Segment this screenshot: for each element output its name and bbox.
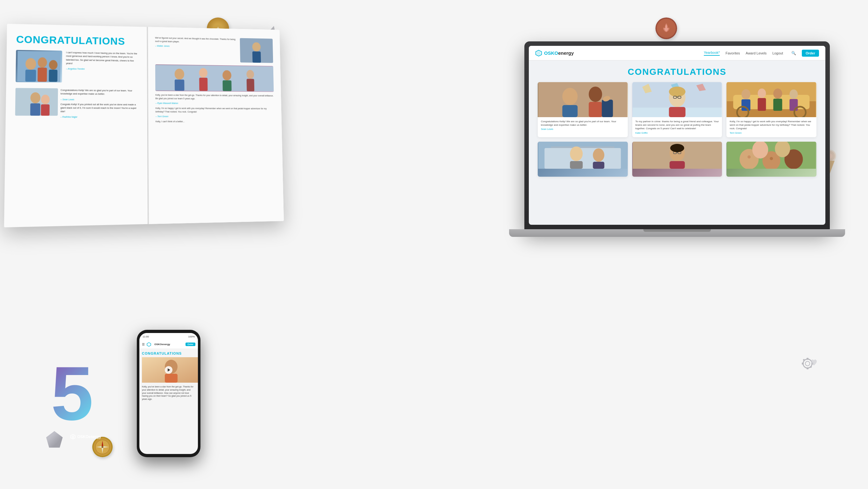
svg-point-59 bbox=[562, 88, 578, 105]
photo-card-img-2 bbox=[632, 82, 722, 117]
svg-point-79 bbox=[742, 89, 751, 99]
osko-logo-on-five: OSKOenergy bbox=[70, 434, 101, 440]
nav-logout[interactable]: Logout bbox=[772, 51, 783, 55]
svg-point-109 bbox=[748, 155, 751, 159]
svg-rect-41 bbox=[252, 51, 261, 63]
svg-rect-95 bbox=[593, 162, 604, 169]
svg-rect-91 bbox=[551, 146, 614, 148]
book-right-author1: – Walter Jones bbox=[155, 45, 237, 48]
nav-award-levels[interactable]: Award Levels bbox=[746, 51, 767, 55]
phone-congrats-title: CONGRATULATIONS bbox=[142, 351, 195, 355]
book-right-text2: Kelly, you've been a star from the get-g… bbox=[155, 94, 274, 101]
photo-card-4 bbox=[538, 142, 628, 177]
svg-rect-14 bbox=[802, 363, 804, 365]
phone-video-thumbnail[interactable] bbox=[142, 357, 195, 383]
svg-rect-29 bbox=[25, 69, 36, 82]
book-right-text3: Kelly, I'm so happy I get to work with y… bbox=[156, 107, 274, 114]
svg-point-83 bbox=[774, 88, 782, 99]
book-text3: Congrats Kelly! If you printed out all t… bbox=[60, 102, 138, 113]
svg-point-102 bbox=[670, 144, 684, 152]
phone-battery: 100% bbox=[188, 335, 195, 338]
photo-card-5 bbox=[632, 142, 722, 177]
main-scene: 5 OSKOenergy CONGRATULATIONS bbox=[0, 0, 868, 489]
photo-card-text-1: Congratulations Kelly! We are so glad yo… bbox=[538, 117, 628, 134]
book-main-photo bbox=[16, 50, 62, 83]
deco-rose bbox=[655, 18, 677, 39]
svg-rect-48 bbox=[223, 80, 231, 91]
svg-point-92 bbox=[570, 146, 583, 161]
browser-content: CONGRATULATIONS bbox=[529, 60, 825, 183]
phone-nav: ☰ OSKOenergy Order bbox=[140, 340, 198, 349]
svg-rect-44 bbox=[175, 80, 185, 91]
play-button[interactable] bbox=[165, 366, 173, 374]
svg-rect-38 bbox=[41, 105, 49, 116]
phone-hamburger-icon: ☰ bbox=[142, 343, 145, 346]
svg-marker-26 bbox=[71, 435, 74, 439]
photo-card-1: Congratulations Kelly! We are so glad yo… bbox=[538, 82, 628, 137]
svg-rect-31 bbox=[37, 67, 47, 82]
svg-rect-33 bbox=[49, 69, 57, 82]
phone-order-btn[interactable]: Order bbox=[186, 343, 195, 346]
svg-rect-36 bbox=[30, 104, 40, 116]
svg-point-61 bbox=[589, 87, 602, 102]
phone-screen: 11:00 100% ☰ OSKOenergy Order CONGRATULA… bbox=[140, 333, 198, 454]
svg-rect-13 bbox=[807, 367, 808, 369]
browser-logo: OSKOenergy bbox=[535, 50, 574, 57]
photo-card-img-6 bbox=[726, 142, 816, 177]
book-right-author3: – Terri Green bbox=[156, 115, 274, 118]
svg-rect-86 bbox=[790, 99, 798, 111]
phone-message-text: Kelly, you've been a star from the get-g… bbox=[142, 385, 195, 401]
svg-rect-58 bbox=[538, 82, 627, 117]
book-author3: – Radhika Najjar bbox=[60, 116, 138, 118]
photo-card-2: To my partner in crime: thanks for being… bbox=[632, 82, 722, 137]
deco-heart-gear bbox=[798, 354, 820, 374]
svg-rect-60 bbox=[562, 105, 578, 117]
photo-card-author-3[interactable]: Terri Green bbox=[730, 132, 813, 135]
book: CONGRATULATIONS bbox=[4, 24, 284, 227]
svg-rect-71 bbox=[669, 107, 685, 117]
book-congrats-title: CONGRATULATIONS bbox=[16, 33, 138, 48]
svg-rect-62 bbox=[589, 102, 602, 117]
phone-osko-icon bbox=[147, 342, 151, 347]
svg-rect-80 bbox=[742, 99, 751, 111]
laptop-body: OSKOenergy Yearbook* Favorites Award Lev… bbox=[524, 41, 830, 229]
photo-card-img-3 bbox=[726, 82, 816, 117]
photo-card-img-5 bbox=[632, 142, 722, 177]
photo-grid: Congratulations Kelly! We are so glad yo… bbox=[538, 82, 816, 177]
svg-rect-46 bbox=[199, 78, 208, 91]
book-right-photo bbox=[155, 64, 274, 92]
order-button[interactable]: Order bbox=[802, 50, 819, 57]
book-author2: – Sean Lewis bbox=[60, 98, 138, 100]
svg-rect-63 bbox=[602, 99, 613, 117]
svg-point-110 bbox=[770, 157, 773, 160]
nav-favorites[interactable]: Favorites bbox=[725, 51, 740, 55]
laptop-screen: OSKOenergy Yearbook* Favorites Award Lev… bbox=[529, 46, 825, 225]
laptop: OSKOenergy Yearbook* Favorites Award Lev… bbox=[524, 41, 830, 245]
phone-time: 11:00 bbox=[143, 335, 149, 338]
svg-rect-55 bbox=[165, 374, 178, 383]
svg-rect-93 bbox=[570, 161, 583, 169]
photo-card-author-2[interactable]: Katie Griffin bbox=[636, 132, 719, 135]
photo-card-author-1[interactable]: Sean Lewis bbox=[541, 128, 625, 131]
svg-rect-42 bbox=[155, 65, 274, 91]
search-icon[interactable]: 🔍 bbox=[791, 51, 796, 55]
browser-logo-text: OSKOenergy bbox=[544, 50, 574, 56]
nav-yearbook[interactable]: Yearbook* bbox=[704, 51, 720, 56]
osko-five-text: OSKOenergy bbox=[77, 435, 101, 439]
svg-rect-84 bbox=[774, 99, 782, 111]
book-right-text1: We've figured out your secret. And we th… bbox=[155, 36, 237, 44]
browser-congrats-title: CONGRATULATIONS bbox=[538, 67, 816, 77]
svg-point-72 bbox=[669, 87, 685, 97]
phone-status-bar: 11:00 100% bbox=[140, 333, 198, 340]
phone-logo-text: OSKOenergy bbox=[154, 343, 184, 346]
svg-marker-57 bbox=[537, 51, 541, 55]
laptop-base bbox=[509, 229, 845, 237]
book-right-author2: – Ryan Maxwell Mahen bbox=[155, 102, 274, 105]
book-text2: Congratulations Kelly! We are so glad yo… bbox=[60, 88, 138, 96]
book-right-page: We've figured out your secret. And we th… bbox=[148, 27, 284, 224]
svg-rect-12 bbox=[807, 358, 808, 360]
svg-rect-98 bbox=[670, 161, 685, 169]
svg-point-11 bbox=[805, 361, 810, 366]
photo-card-img-4 bbox=[538, 142, 628, 177]
phone: 11:00 100% ☰ OSKOenergy Order CONGRATULA… bbox=[137, 330, 200, 457]
